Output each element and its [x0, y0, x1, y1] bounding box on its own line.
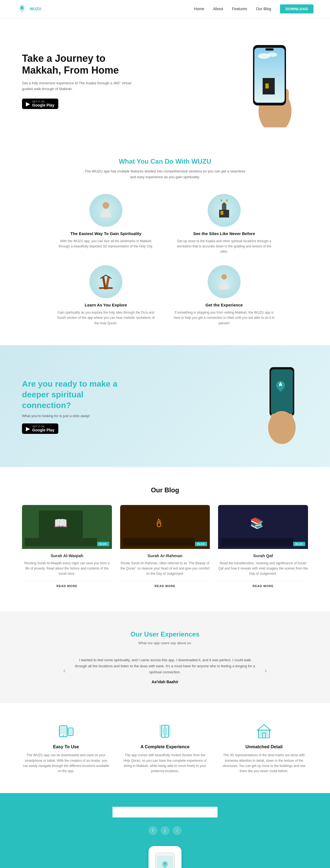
phone-hand-svg: [215, 34, 308, 127]
features-grid: The Easiest Way To Gain Spirituality Wit…: [55, 194, 275, 326]
logo-area: WUZU: [17, 3, 41, 14]
testimonials-title: Our User Experiences: [22, 630, 308, 638]
feature-item-3: Learn As You Explore Gain spirituality a…: [55, 265, 157, 326]
nav-links: Home About Features Our Blog DOWNLOAD: [194, 4, 313, 13]
logo-icon: [17, 3, 28, 14]
footer-nav-features[interactable]: Features: [164, 810, 178, 814]
blog-read-more-3[interactable]: READ MORE: [218, 581, 308, 588]
benefit-title-1: Easy To Use: [22, 744, 110, 749]
cta-google-play-text: GET IT ON Google Play: [32, 425, 54, 432]
svg-point-8: [267, 53, 277, 57]
nav-features[interactable]: Features: [232, 7, 247, 11]
benefit-icon-1: [22, 722, 110, 740]
feature-title-1: The Easiest Way To Gain Spirituality: [55, 231, 157, 236]
svg-rect-31: [25, 538, 97, 546]
download-button[interactable]: DOWNLOAD: [280, 4, 313, 13]
blog-read-more-2[interactable]: READ MORE: [120, 581, 210, 588]
feature-icon-1: [95, 199, 117, 221]
footer-phone-area: WUZU ▶ GET IT ON Google Play: [22, 846, 308, 868]
svg-rect-13: [221, 211, 223, 215]
svg-rect-49: [259, 731, 268, 738]
blog-post-title-2: Surah Ar-Rahman: [120, 553, 210, 558]
social-twitter[interactable]: t: [161, 826, 169, 835]
blog-section: Our Blog 📖 BLOG Surah Al-Waqiah Reciting…: [0, 467, 330, 612]
benefits-grid: Easy To Use The WUZU app can be download…: [22, 722, 308, 774]
features-subtitle: The WUZU app has multiple features divid…: [82, 168, 248, 180]
hero-google-play-button[interactable]: ▶ GET IT ON Google Play: [22, 99, 58, 109]
svg-text:📚: 📚: [250, 517, 264, 530]
features-section: What You Can Do With WUZU The WUZU app h…: [0, 138, 330, 345]
blog-read-more-1[interactable]: READ MORE: [22, 581, 112, 588]
svg-rect-25: [271, 369, 293, 414]
svg-rect-34: [123, 538, 195, 546]
benefit-desc-2: The app comes with beautifully recited S…: [121, 753, 209, 774]
feature-circle-4: [208, 265, 241, 298]
blog-image-1: 📖 BLOG: [22, 505, 112, 549]
hero-subtitle: Get a fully immersive experience of The …: [22, 81, 138, 92]
feature-desc-4: If something is stopping you from visiti…: [173, 310, 275, 326]
blog-grid: 📖 BLOG Surah Al-Waqiah Reciting Surah Al…: [22, 505, 308, 592]
blog-title: Our Blog: [22, 486, 308, 494]
feature-item-2: See the Sites Like Never Before Get up c…: [173, 194, 275, 254]
cta-phone-svg: [253, 364, 308, 447]
feature-circle-1: [89, 194, 122, 227]
svg-point-43: [71, 735, 71, 736]
svg-marker-14: [222, 202, 226, 210]
cta-title: Are you ready to make a deeper spiritual…: [22, 378, 127, 410]
feature-item-1: The Easiest Way To Gain Spirituality Wit…: [55, 194, 157, 254]
google-play-icon: ▶: [26, 100, 30, 107]
svg-rect-6: [265, 48, 274, 51]
feature-icon-3: [95, 271, 117, 293]
svg-rect-22: [99, 287, 113, 289]
testimonial-slider: ‹ I wanted to feel some spirituality, an…: [60, 657, 270, 684]
nav-about[interactable]: About: [213, 7, 223, 11]
slider-next-button[interactable]: ›: [262, 664, 270, 677]
cta-phone-image: [253, 364, 308, 448]
svg-point-16: [221, 199, 222, 201]
navigation: WUZU Home About Features Our Blog DOWNLO…: [0, 0, 330, 18]
feature-desc-2: Get up close to the Kaaba and other spir…: [173, 239, 275, 254]
blog-tag-2: BLOG: [195, 542, 207, 546]
benefit-item-3: Unmatched Detail The 3D representations …: [220, 722, 308, 774]
blog-image-3: 📚 BLOG: [218, 505, 308, 549]
social-instagram[interactable]: i: [173, 826, 182, 835]
feature-circle-2: [208, 194, 241, 227]
svg-rect-39: [60, 727, 66, 735]
nav-home[interactable]: Home: [194, 7, 204, 11]
social-facebook[interactable]: f: [148, 826, 157, 835]
testimonial-author: Aa'idah Baahir: [74, 680, 256, 684]
slider-prev-button[interactable]: ‹: [60, 664, 68, 677]
feature-icon-2: [213, 199, 235, 221]
benefits-section: Easy To Use The WUZU app can be download…: [0, 703, 330, 793]
testimonial-content: I wanted to feel some spirituality, and …: [74, 657, 256, 684]
blog-post-desc-2: Recite Surah Ar-Rahman, often referred t…: [120, 561, 210, 577]
svg-text:📖: 📖: [54, 517, 67, 530]
footer-nav-home[interactable]: Home: [129, 810, 139, 814]
benefit-title-3: Unmatched Detail: [220, 744, 308, 749]
blog-card-3: 📚 BLOG Surah Qaf Read the transliteratio…: [218, 505, 308, 592]
svg-rect-42: [69, 729, 73, 734]
svg-text:🕯: 🕯: [154, 517, 164, 529]
footer-phone-svg: WUZU: [154, 851, 176, 868]
svg-marker-21: [100, 275, 111, 279]
blog-card-1: 📖 BLOG Surah Al-Waqiah Reciting Surah Al…: [22, 505, 112, 592]
social-icons: f t i: [148, 826, 182, 835]
blog-post-title-3: Surah Qaf: [218, 553, 308, 558]
footer-nav-blog[interactable]: Our Blog: [187, 810, 201, 814]
nav-blog[interactable]: Our Blog: [256, 7, 271, 11]
cta-text-area: Are you ready to make a deeper spiritual…: [22, 378, 127, 434]
cta-google-play-button[interactable]: ▶ GET IT ON Google Play: [22, 424, 58, 434]
features-title: What You Can Do With WUZU: [22, 158, 308, 165]
benefit-icon-3: [220, 722, 308, 740]
blog-post-desc-3: Read the transliteration, meaning and si…: [218, 561, 308, 577]
hero-text-area: Take a Journey to Makkah, From Home Get …: [22, 53, 138, 109]
footer-nav-about[interactable]: About: [147, 810, 156, 814]
footer: Home About Features Our Blog f t i WUZU: [0, 793, 330, 868]
feature-title-4: Get the Experience: [173, 303, 275, 307]
benefit-desc-1: The WUZU app can be downloaded and used …: [22, 753, 110, 774]
cta-google-play-icon: ▶: [26, 425, 30, 432]
svg-marker-51: [257, 725, 271, 730]
blog-image-2: 🕯 BLOG: [120, 505, 210, 549]
google-play-text: GET IT ON Google Play: [32, 100, 54, 107]
blog-post-desc-1: Reciting Surah Al-Waqiah every night can…: [22, 561, 112, 577]
